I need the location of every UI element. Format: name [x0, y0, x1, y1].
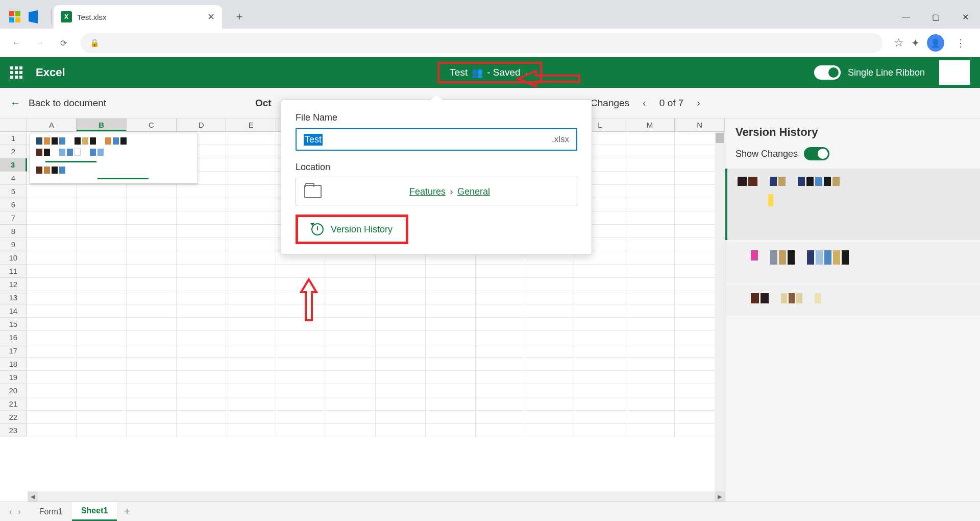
cell[interactable]	[476, 318, 526, 331]
cell[interactable]	[376, 265, 426, 278]
cell[interactable]	[27, 371, 77, 384]
cell[interactable]	[575, 331, 625, 344]
cell[interactable]	[27, 384, 77, 397]
cell[interactable]	[426, 331, 476, 344]
row-header[interactable]: 13	[0, 291, 27, 304]
cell[interactable]	[27, 318, 77, 331]
cell[interactable]	[575, 371, 625, 384]
row-header[interactable]: 9	[0, 238, 27, 251]
row-header[interactable]: 4	[0, 172, 27, 185]
cell[interactable]	[525, 331, 575, 344]
column-header[interactable]: E	[226, 119, 276, 131]
cell[interactable]	[276, 265, 326, 278]
row-header[interactable]: 21	[0, 397, 27, 411]
cell[interactable]	[127, 384, 177, 397]
row-header[interactable]: 19	[0, 371, 27, 384]
cell[interactable]	[625, 238, 675, 251]
profile-avatar-icon[interactable]: 👤	[927, 34, 944, 52]
cell[interactable]	[625, 211, 675, 225]
cell[interactable]	[426, 358, 476, 371]
cell[interactable]	[426, 384, 476, 397]
cell[interactable]	[276, 384, 326, 397]
cell[interactable]	[27, 185, 77, 198]
sheet-next-button[interactable]: ›	[16, 505, 22, 518]
cell[interactable]	[226, 344, 276, 358]
cell[interactable]	[27, 198, 77, 211]
cell[interactable]	[27, 291, 77, 304]
cell[interactable]	[376, 291, 426, 304]
cell[interactable]	[575, 384, 625, 397]
cell[interactable]	[476, 265, 526, 278]
cell[interactable]	[27, 358, 77, 371]
cell[interactable]	[226, 331, 276, 344]
cell[interactable]	[625, 265, 675, 278]
cell[interactable]	[127, 371, 177, 384]
column-header[interactable]: B	[77, 119, 127, 131]
cell[interactable]	[27, 211, 77, 225]
cell[interactable]	[27, 397, 77, 411]
cell[interactable]	[326, 304, 376, 318]
cell[interactable]	[525, 397, 575, 411]
cell[interactable]	[177, 331, 227, 344]
cell[interactable]	[127, 211, 177, 225]
row-header[interactable]: 2	[0, 145, 27, 158]
cell[interactable]	[326, 265, 376, 278]
cell[interactable]	[177, 358, 227, 371]
cell[interactable]	[77, 331, 127, 344]
cell[interactable]	[77, 211, 127, 225]
cell[interactable]	[376, 384, 426, 397]
cell[interactable]	[226, 251, 276, 265]
cell[interactable]	[525, 291, 575, 304]
cell[interactable]	[426, 265, 476, 278]
cell[interactable]	[276, 424, 326, 437]
cell[interactable]	[77, 265, 127, 278]
cell[interactable]	[226, 265, 276, 278]
breadcrumb-link-2[interactable]: General	[457, 186, 490, 197]
cell[interactable]	[127, 318, 177, 331]
row-header[interactable]: 7	[0, 211, 27, 225]
cell[interactable]	[525, 411, 575, 424]
cell[interactable]	[625, 172, 675, 185]
cell[interactable]	[27, 331, 77, 344]
cell[interactable]	[27, 238, 77, 251]
cell[interactable]	[625, 132, 675, 145]
cell[interactable]	[77, 185, 127, 198]
cell[interactable]	[426, 411, 476, 424]
cell[interactable]	[127, 198, 177, 211]
cell[interactable]	[476, 278, 526, 291]
browser-menu-icon[interactable]: ⋮	[951, 37, 970, 49]
cell[interactable]	[426, 318, 476, 331]
row-header[interactable]: 15	[0, 318, 27, 331]
sheet-tab-form1[interactable]: Form1	[30, 502, 72, 522]
cell[interactable]	[226, 371, 276, 384]
cell[interactable]	[177, 318, 227, 331]
cell[interactable]	[127, 238, 177, 251]
cell[interactable]	[326, 278, 376, 291]
cell[interactable]	[476, 384, 526, 397]
cell[interactable]	[376, 371, 426, 384]
cell[interactable]	[575, 304, 625, 318]
cell[interactable]	[476, 411, 526, 424]
reload-button[interactable]: ⟳	[53, 33, 74, 53]
browser-tab-active[interactable]: X Test.xlsx ✕	[54, 5, 222, 29]
cell[interactable]	[226, 304, 276, 318]
filename-input[interactable]: Test .xlsx	[296, 128, 577, 151]
cell[interactable]	[376, 331, 426, 344]
column-header[interactable]: D	[177, 119, 227, 131]
close-window-button[interactable]: ✕	[950, 5, 980, 29]
cell[interactable]	[476, 331, 526, 344]
app-launcher-icon[interactable]	[10, 66, 22, 79]
location-box[interactable]: Features › General	[296, 178, 577, 205]
cell[interactable]	[27, 278, 77, 291]
cell[interactable]	[177, 371, 227, 384]
cell[interactable]	[177, 238, 227, 251]
column-header[interactable]: N	[675, 119, 725, 131]
cell[interactable]	[77, 291, 127, 304]
cell[interactable]	[276, 371, 326, 384]
cell[interactable]	[426, 371, 476, 384]
cell[interactable]	[127, 411, 177, 424]
add-sheet-button[interactable]: +	[117, 506, 137, 517]
cell[interactable]	[426, 397, 476, 411]
cell[interactable]	[326, 397, 376, 411]
cell[interactable]	[77, 384, 127, 397]
